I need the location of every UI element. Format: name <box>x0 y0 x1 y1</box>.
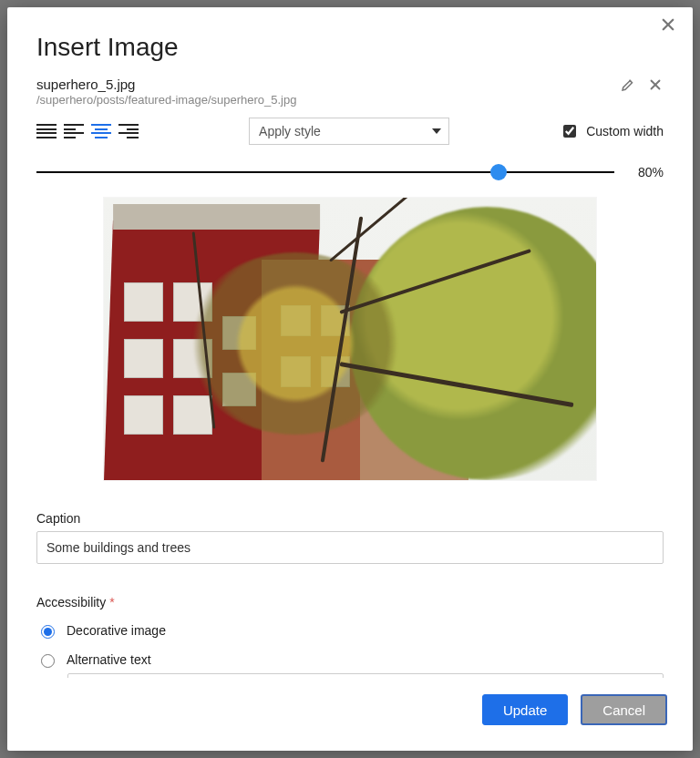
required-marker: * <box>109 595 114 609</box>
image-toolbar: Apply style Custom width <box>36 118 664 145</box>
align-justify-button[interactable] <box>36 123 57 139</box>
remove-attachment-icon[interactable] <box>647 77 664 93</box>
align-right-button[interactable] <box>118 123 139 139</box>
align-center-button[interactable] <box>91 123 111 139</box>
width-slider[interactable]: 80% <box>36 165 664 179</box>
file-info: superhero_5.jpg /superhero/posts/feature… <box>36 77 620 107</box>
apply-style-select[interactable]: Apply style <box>249 118 449 145</box>
dialog-header: Insert Image <box>7 7 693 69</box>
alt-text-radio[interactable] <box>41 654 55 668</box>
cancel-button[interactable]: Cancel <box>581 694 667 725</box>
custom-width-label: Custom width <box>586 124 664 138</box>
decorative-image-option[interactable]: Decorative image <box>36 622 664 639</box>
caption-input[interactable] <box>36 531 664 564</box>
file-actions <box>620 77 664 93</box>
file-path: /superhero/posts/featured-image/superher… <box>36 93 620 107</box>
alignment-group <box>36 123 139 139</box>
caption-label: Caption <box>36 511 664 526</box>
decorative-radio-label: Decorative image <box>67 623 166 638</box>
file-info-row: superhero_5.jpg /superhero/posts/feature… <box>36 77 664 107</box>
dialog-body[interactable]: superhero_5.jpg /superhero/posts/feature… <box>7 69 693 678</box>
insert-image-dialog: Insert Image superhero_5.jpg /superhero/… <box>7 7 693 751</box>
apply-style-label: Apply style <box>259 124 321 138</box>
chevron-down-icon <box>432 128 441 134</box>
decorative-radio[interactable] <box>41 625 55 639</box>
alternative-text-option[interactable]: Alternative text <box>36 651 664 668</box>
close-dialog-button[interactable] <box>660 16 682 38</box>
width-slider-value: 80% <box>631 165 664 179</box>
image-preview <box>104 198 596 480</box>
alt-text-radio-label: Alternative text <box>67 652 151 667</box>
alt-text-input[interactable] <box>67 673 664 678</box>
dialog-footer: Update Cancel <box>7 678 693 751</box>
width-slider-track[interactable] <box>36 171 614 173</box>
custom-width-checkbox[interactable] <box>563 125 576 138</box>
update-button[interactable]: Update <box>482 694 568 725</box>
image-preview-wrap <box>36 198 664 480</box>
file-name: superhero_5.jpg <box>36 77 620 92</box>
width-slider-thumb[interactable] <box>490 164 507 180</box>
align-left-button[interactable] <box>64 123 84 139</box>
accessibility-label-text: Accessibility <box>36 595 106 609</box>
edit-attachment-icon[interactable] <box>620 77 636 93</box>
accessibility-label: Accessibility * <box>36 595 664 609</box>
custom-width-toggle[interactable]: Custom width <box>560 122 664 140</box>
dialog-title: Insert Image <box>36 33 664 62</box>
